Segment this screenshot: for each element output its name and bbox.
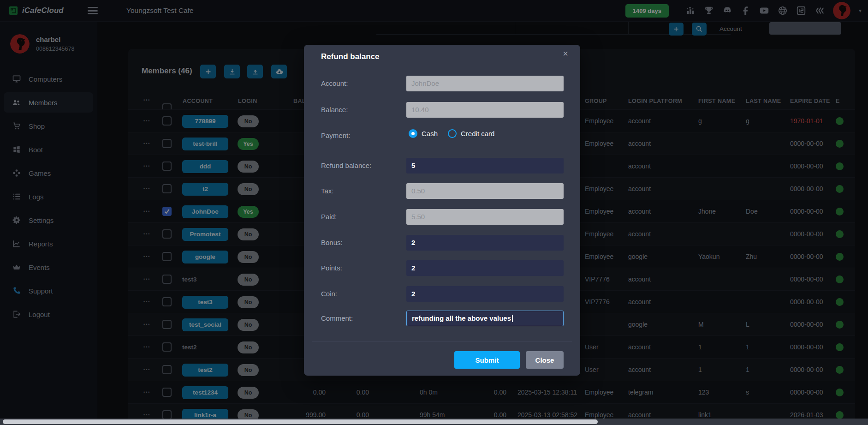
modal-divider (312, 341, 572, 342)
coin-label: Coin: (321, 290, 337, 298)
cash-radio-label: Cash (422, 130, 438, 138)
refund-balance-label: Refund balance: (321, 162, 371, 169)
close-button[interactable]: Close (526, 351, 564, 369)
account-label: Account: (321, 79, 348, 87)
points-label: Points: (321, 264, 342, 272)
tax-label: Tax: (321, 187, 334, 195)
horizontal-scrollbar-thumb[interactable] (3, 419, 598, 424)
refund-balance-input[interactable]: 5 (406, 158, 564, 174)
payment-label: Payment: (321, 132, 350, 139)
radio-selected-icon (409, 129, 417, 138)
submit-button[interactable]: Submit (454, 351, 520, 369)
credit-card-radio-label: Credit card (461, 130, 494, 138)
modal-title: Refund balance (321, 52, 380, 61)
radio-unselected-icon (448, 129, 457, 138)
balance-field: 10.40 (406, 102, 564, 118)
account-field: JohnDoe (406, 76, 564, 91)
paid-field: 5.50 (406, 209, 564, 225)
cash-radio[interactable]: Cash (409, 129, 438, 138)
text-caret (512, 315, 513, 322)
tax-field: 0.50 (406, 183, 564, 199)
bonus-label: Bonus: (321, 239, 343, 246)
refund-balance-modal: Refund balance × Account: JohnDoe Balanc… (304, 45, 580, 376)
close-icon[interactable]: × (563, 48, 568, 59)
paid-label: Paid: (321, 213, 337, 221)
payment-radio-group: Cash Credit card (409, 129, 494, 138)
coin-input[interactable]: 2 (406, 286, 564, 302)
points-input[interactable]: 2 (406, 260, 564, 276)
balance-label: Balance: (321, 106, 348, 114)
bonus-input[interactable]: 2 (406, 235, 564, 251)
credit-card-radio[interactable]: Credit card (448, 129, 494, 138)
comment-label: Comment: (321, 314, 353, 322)
comment-input[interactable]: refunding all the above values (406, 311, 564, 326)
